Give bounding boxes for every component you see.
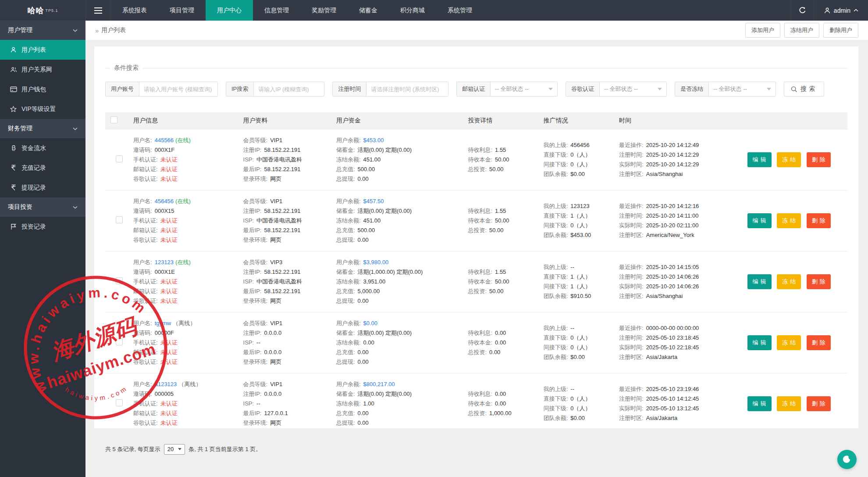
select-value: -- 全部状态 -- (604, 85, 638, 93)
actual-time: 2025-10-20 14:12:29 (646, 161, 699, 168)
sidebar-item-user-network[interactable]: 用户关系网 (0, 60, 85, 79)
row-checkbox[interactable] (116, 338, 123, 345)
nav-item-savings[interactable]: 储蓄金 (348, 0, 389, 21)
search-button[interactable]: 搜索 (784, 82, 824, 97)
login-env: 网页 (270, 420, 281, 426)
nav-item-system-management[interactable]: 系统管理 (436, 0, 484, 21)
username-link[interactable]: tgymw (155, 320, 171, 326)
table-row: 用户名:123123(在线) 邀请码:000X1E 手机认证:未认证 邮箱认证:… (105, 251, 847, 312)
add-user-button[interactable]: 添加用户 (745, 23, 780, 38)
sidebar-item-fund-flow[interactable]: 资金流水 (0, 138, 85, 158)
pending-interest: 1.55 (495, 269, 506, 275)
username-link[interactable]: 445566 (155, 137, 174, 143)
cell-user-info: 用户名:456456(在线) 邀请码:000X15 手机认证:未认证 邮箱认证:… (128, 190, 238, 251)
savings: 活期(0.00) 定期(0.00) (358, 147, 412, 153)
last-operation-time: 2025-10-20 14:12:16 (646, 203, 699, 209)
freeze-user-button[interactable]: 冻结用户 (784, 23, 819, 38)
ip-search-input[interactable] (254, 82, 324, 96)
cell-invest-detail: 待收利息:0.00 待收本金:0.00 总投资:1,000.00 (462, 373, 538, 434)
sidebar-item-investment-records[interactable]: 投资记录 (0, 217, 85, 237)
register-timezone: Asia/Jakarta (646, 415, 678, 421)
freeze-button[interactable]: 冻结 (777, 152, 801, 167)
sidebar-item-vip-level-settings[interactable]: VIP等级设置 (0, 99, 85, 119)
google-cert-select[interactable]: -- 全部状态 -- (600, 82, 666, 96)
col-invest-detail: 投资详情 (462, 112, 538, 129)
select-all-checkbox[interactable] (110, 116, 117, 123)
savings: 活期(0.00) 定期(0.00) (358, 330, 412, 336)
edit-button[interactable]: 编辑 (747, 396, 772, 411)
nav-item-info-management[interactable]: 信息管理 (253, 0, 300, 21)
cell-time: 最近操作:2025-10-20 14:12:49 注册时间:2025-10-20… (614, 129, 742, 190)
sidebar-item-user-wallet[interactable]: 用户钱包 (0, 79, 85, 99)
refresh-button[interactable] (791, 0, 814, 21)
edit-button[interactable]: 编辑 (747, 274, 772, 289)
phone-cert-status: 未认证 (160, 156, 178, 163)
login-env: 网页 (270, 298, 281, 304)
menu-toggle-icon[interactable] (85, 0, 111, 21)
sidebar-item-label: 用户列表 (21, 46, 46, 54)
nav-item-project-management[interactable]: 项目管理 (158, 0, 206, 21)
row-checkbox[interactable] (116, 155, 123, 162)
app-logo[interactable]: 哈哈 TP5.1 (0, 0, 85, 21)
savings: 活期(0.00) 定期(0.00) (358, 208, 412, 214)
login-env: 网页 (270, 237, 281, 243)
freeze-button[interactable]: 冻结 (777, 396, 801, 411)
cell-user-funds: 用户余额:$800,217.00 储蓄金:活期(0.00) 定期(0.00) 冻… (331, 373, 463, 434)
row-checkbox[interactable] (116, 399, 123, 406)
freeze-button[interactable]: 冻结 (777, 213, 801, 228)
sidebar-section-finance-management[interactable]: 财务管理 (0, 119, 85, 138)
freeze-button[interactable]: 冻结 (777, 335, 801, 350)
sidebar-section-project-investment[interactable]: 项目投资 (0, 197, 85, 217)
username-link[interactable]: 456456 (155, 198, 174, 204)
team-balance: $0.00 (570, 415, 585, 421)
frozen-status-label: 是否冻结 (675, 82, 709, 96)
isp: 中国香港电讯盈科 (256, 278, 302, 285)
freeze-button[interactable]: 冻结 (777, 274, 801, 289)
register-time: 2025-10-20 14:06:26 (646, 273, 699, 280)
direct-downline: 0（人） (570, 151, 591, 158)
frozen-status-select[interactable]: -- 全部状态 -- (709, 82, 776, 96)
direct-downline: 1（人） (570, 273, 591, 280)
username-link[interactable]: 123123 (155, 259, 174, 265)
sidebar-section-user-management[interactable]: 用户管理 (0, 21, 85, 40)
account-search-input[interactable] (139, 82, 217, 96)
delete-button[interactable]: 删除 (807, 335, 831, 350)
sidebar-item-recharge-records[interactable]: 充值记录 (0, 158, 85, 178)
invite-code: 00000F (155, 330, 174, 336)
delete-button[interactable]: 删除 (807, 396, 831, 411)
search-icon (791, 86, 797, 93)
edit-button[interactable]: 编辑 (747, 335, 772, 350)
cell-user-profile: 会员等级:VIP1 注册IP:0.0.0.0 ISP:-- 最后IP:127.0… (238, 373, 331, 434)
phone-cert-status: 未认证 (160, 217, 178, 224)
email-cert-select[interactable]: -- 全部状态 -- (491, 82, 557, 96)
username-link[interactable]: a123123 (155, 381, 177, 387)
star-icon (10, 106, 17, 112)
delete-button[interactable]: 删除 (807, 274, 831, 289)
delete-button[interactable]: 删除 (807, 213, 831, 228)
nav-item-points-mall[interactable]: 积分商城 (389, 0, 436, 21)
delete-button[interactable]: 删除 (807, 152, 831, 167)
register-timezone: Asia/Shanghai (646, 171, 683, 177)
user-table-body: 用户名:445566(在线) 邀请码:000X1F 手机认证:未认证 邮箱认证:… (105, 129, 847, 434)
section-title: 财务管理 (8, 125, 32, 133)
register-time: 2025-10-20 14:12:29 (646, 151, 699, 158)
floating-action-button[interactable] (837, 450, 857, 469)
sidebar-item-user-list[interactable]: 用户列表 (0, 40, 85, 60)
row-checkbox[interactable] (116, 277, 123, 284)
sidebar-item-withdraw-records[interactable]: 提现记录 (0, 178, 85, 197)
phone-cert-status: 未认证 (160, 339, 178, 346)
nav-item-system-reports[interactable]: 系统报表 (111, 0, 158, 21)
nav-item-reward-management[interactable]: 奖励管理 (300, 0, 348, 21)
edit-button[interactable]: 编辑 (747, 213, 772, 228)
upline: -- (570, 325, 574, 331)
actual-time: 2025-10-20 14:06:26 (646, 283, 699, 290)
page-size-select[interactable]: 20 (164, 444, 185, 455)
register-timezone: America/New_York (646, 232, 694, 238)
delete-user-button[interactable]: 删除用户 (823, 23, 858, 38)
register-time-input[interactable] (366, 82, 448, 96)
edit-button[interactable]: 编辑 (747, 152, 772, 167)
nav-item-user-center[interactable]: 用户中心 (206, 0, 253, 21)
register-time: 2025-05-10 23:18:45 (646, 334, 699, 341)
admin-menu[interactable]: admin (814, 0, 868, 21)
row-checkbox[interactable] (116, 216, 123, 223)
